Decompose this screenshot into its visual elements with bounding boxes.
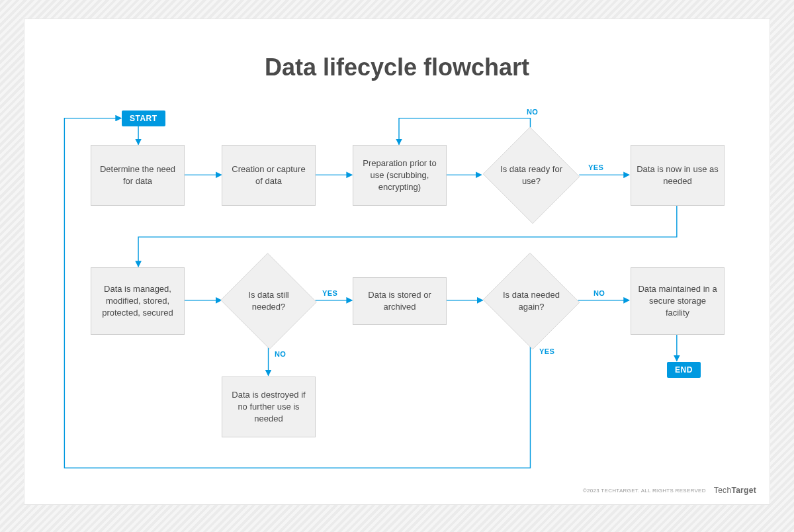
- node-preparation: Preparation prior to use (scrubbing, enc…: [353, 145, 447, 206]
- footer-copyright: ©2023 TECHTARGET. ALL RIGHTS RESERVED: [583, 488, 706, 494]
- decision-ready: Is data ready for use?: [482, 129, 580, 222]
- label-again-no: NO: [594, 289, 605, 297]
- label-still-no: NO: [275, 350, 286, 358]
- node-destroyed: Data is destroyed if no further use is n…: [222, 377, 316, 437]
- end-pill: END: [667, 362, 701, 378]
- node-creation: Creation or capture of data: [222, 145, 316, 206]
- label-ready-yes: YES: [588, 163, 603, 171]
- footer: ©2023 TECHTARGET. ALL RIGHTS RESERVED Te…: [583, 486, 756, 495]
- decision-still-needed: Is data still needed?: [220, 255, 317, 347]
- footer-brand: TechTarget: [714, 486, 756, 495]
- chart-title: Data lifecycle flowchart: [24, 54, 770, 81]
- start-pill: START: [122, 111, 165, 126]
- label-again-yes: YES: [539, 347, 554, 355]
- node-determine-need: Determine the need for data: [91, 145, 185, 206]
- label-ready-no: NO: [527, 108, 538, 116]
- node-managed: Data is managed, modified, stored, prote…: [91, 267, 185, 335]
- node-in-use: Data is now in use as needed: [631, 145, 725, 206]
- node-archived: Data is stored or archived: [353, 277, 447, 325]
- label-still-yes: YES: [322, 289, 337, 297]
- flowchart-card: Data lifecycle flowchart: [24, 19, 770, 505]
- decision-needed-again: Is data needed again?: [482, 255, 580, 347]
- connectors-layer: [24, 19, 770, 504]
- node-maintained: Data maintained in a secure storage faci…: [631, 267, 725, 335]
